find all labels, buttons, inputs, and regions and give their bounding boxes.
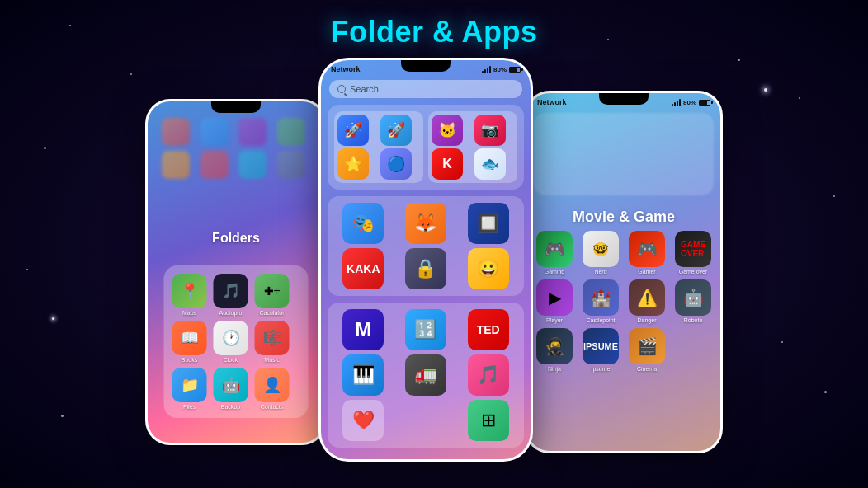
center-grid-2: 🎭 🦊 🔲 KAKA 🔒 😀	[334, 203, 517, 289]
books-label: Books	[182, 357, 197, 363]
app-item-files[interactable]: 📁 Files	[172, 368, 207, 410]
signal-bar-1	[482, 71, 484, 73]
app-icon-cat[interactable]: 🐱	[432, 115, 463, 146]
right-app-grid-3: 🥷 Ninja IPSUME Ipsume 🎬 Cinema	[534, 328, 714, 372]
calculator-label: Caculator	[260, 310, 285, 316]
app-item-clock[interactable]: 🕐 Clock	[214, 321, 248, 363]
bg-app-3	[238, 118, 267, 146]
center-phone: Network 80% Search	[318, 58, 533, 462]
files-label: Files	[183, 404, 196, 410]
center-section-3: M 🔢 TED 🎹 🚛 🎵 ❤️ ⊞	[328, 303, 524, 448]
right-battery-icon	[699, 100, 710, 106]
contacts-icon: 👤	[255, 368, 290, 402]
app-icon-truck[interactable]: 🚛	[405, 354, 446, 396]
app-item-books[interactable]: 📖 Books	[172, 321, 207, 363]
center-grid-1: 🚀 🚀 ⭐ 🔵 🐱 📷 K 🐟	[334, 111, 517, 183]
right-app-danger[interactable]: ⚠️ Danger	[626, 279, 668, 323]
right-app-gamer[interactable]: 🎮 Gamer	[626, 231, 668, 274]
app-item-calculator[interactable]: ✚÷ Caculator	[255, 274, 290, 316]
app-item-maps[interactable]: 📍 Maps	[172, 274, 207, 316]
right-app-player[interactable]: ▶ Player	[534, 279, 575, 323]
right-app-ipsume[interactable]: IPSUME Ipsume	[580, 328, 621, 372]
movie-game-label: Movie & Game	[527, 202, 720, 231]
gaming-icon: 🎮	[536, 231, 573, 267]
center-section-1: 🚀 🚀 ⭐ 🔵 🐱 📷 K 🐟	[328, 105, 524, 190]
castlepoint-icon: 🏰	[583, 279, 619, 316]
app-icon-m[interactable]: M	[342, 309, 384, 350]
roboto-icon: 🤖	[675, 279, 711, 316]
right-app-empty	[672, 328, 709, 372]
right-app-cinema[interactable]: 🎬 Cinema	[626, 328, 668, 372]
right-app-gaming[interactable]: 🎮 Gaming	[534, 231, 575, 274]
gameover-icon: GAMEOVER	[675, 231, 711, 267]
center-network-label: Network	[331, 65, 361, 73]
app-icon-piano[interactable]: 🎹	[342, 354, 384, 396]
rsignal-bar-3	[677, 101, 678, 106]
right-battery-percent: 80%	[683, 99, 696, 106]
app-icon-ted[interactable]: TED	[468, 309, 509, 350]
center-search-bar[interactable]: Search	[329, 80, 522, 98]
app-icon-rocket1[interactable]: 🚀	[337, 115, 369, 146]
signal-bar-4	[489, 66, 491, 73]
bg-app-6	[200, 151, 229, 179]
app-icon-panda[interactable]: 🔲	[468, 203, 509, 244]
backup-icon: 🤖	[214, 368, 248, 402]
right-phone-notch	[599, 93, 649, 105]
right-app-nerd[interactable]: 🤓 Nerd	[580, 231, 621, 274]
castlepoint-label: Castlepoint	[586, 317, 615, 323]
app-icon-padlock[interactable]: 🔒	[405, 248, 446, 289]
audiopro-label: Audiopro	[219, 310, 242, 316]
app-item-music[interactable]: 🎼 Music	[255, 321, 290, 363]
nerd-icon: 🤓	[583, 231, 619, 267]
player-label: Player	[546, 317, 563, 323]
left-phone-screen: Folders 📍 Maps 🎵 Audiopro ✚÷ Caculator	[148, 101, 324, 443]
page-title: Folder & Apps	[0, 15, 868, 49]
cinema-label: Cinema	[637, 366, 657, 372]
app-icon-rocket2[interactable]: 🚀	[380, 115, 412, 146]
search-bar-text: Search	[350, 84, 379, 94]
app-icon-music2[interactable]: 🎵	[468, 354, 509, 396]
center-phone-screen: Network 80% Search	[321, 60, 531, 459]
app-icon-grid[interactable]: ⊞	[468, 400, 509, 441]
bg-app-1	[162, 118, 190, 146]
right-app-roboto[interactable]: 🤖 Roboto	[672, 279, 714, 323]
folder-row-3: 📁 Files 🤖 Backup 👤 Contacts	[172, 368, 300, 410]
right-app-ninja[interactable]: 🥷 Ninja	[534, 328, 575, 372]
left-phone-notch	[211, 101, 261, 113]
app-item-backup[interactable]: 🤖 Backup	[214, 368, 248, 410]
center-signal-bars	[482, 66, 491, 73]
app-icon-char[interactable]: 🎭	[342, 203, 384, 244]
bg-app-5	[162, 151, 190, 179]
search-icon	[337, 85, 346, 93]
ninja-label: Ninja	[548, 366, 561, 372]
gamer-label: Gamer	[638, 269, 655, 274]
app-icon-fish[interactable]: 🐟	[474, 148, 506, 180]
clock-label: Clock	[224, 357, 238, 363]
center-phone-notch	[401, 60, 451, 72]
bg-app-8	[277, 151, 305, 179]
app-icon-camera[interactable]: 📷	[474, 115, 506, 146]
app-icon-star[interactable]: ⭐	[337, 148, 369, 180]
app-icon-fox[interactable]: 🦊	[405, 203, 446, 244]
app-icon-heart[interactable]: ❤️	[342, 400, 384, 441]
app-icon-kinemaster[interactable]: K	[432, 148, 463, 180]
app-item-audiopro[interactable]: 🎵 Audiopro	[214, 274, 248, 316]
signal-bar-3	[487, 68, 488, 73]
bg-app-4	[277, 118, 305, 146]
right-phone: Network 80% Movie & Game	[525, 91, 723, 453]
right-app-castlepoint[interactable]: 🏰 Castlepoint	[580, 279, 621, 323]
music-label: Music	[264, 357, 279, 363]
app-icon-circle[interactable]: 🔵	[380, 148, 412, 180]
app-item-contacts[interactable]: 👤 Contacts	[255, 368, 290, 410]
app-icon-nerd-face[interactable]: 😀	[468, 248, 509, 289]
nerd-label: Nerd	[594, 269, 606, 274]
app-icon-tetris[interactable]: 🔢	[405, 309, 446, 350]
ninja-icon: 🥷	[536, 328, 573, 364]
right-blur-area	[534, 113, 714, 195]
app-pair-2: 🐱 📷 K 🐟	[428, 111, 517, 183]
right-app-gameover[interactable]: GAMEOVER Game over	[672, 231, 714, 274]
center-battery-percent: 80%	[493, 66, 507, 73]
folder-row-1: 📍 Maps 🎵 Audiopro ✚÷ Caculator	[172, 274, 300, 316]
app-icon-kaka[interactable]: KAKA	[342, 248, 384, 289]
gaming-label: Gaming	[545, 269, 565, 274]
